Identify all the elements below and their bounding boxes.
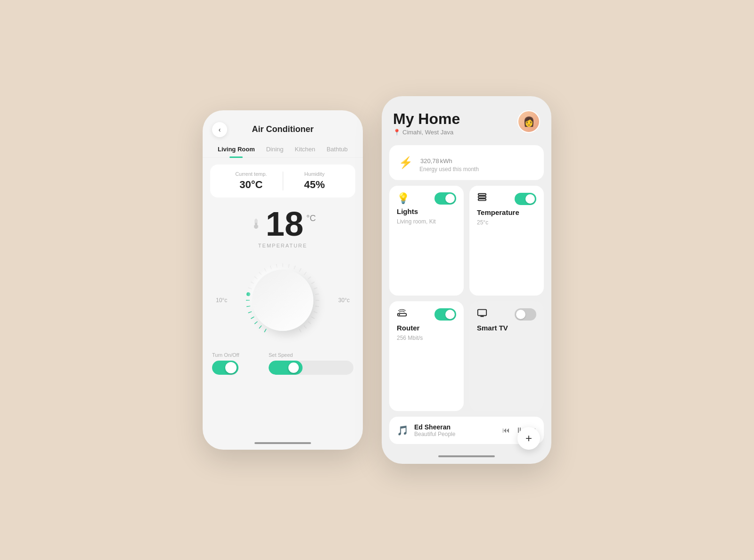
lights-name: Lights bbox=[397, 207, 456, 215]
temperature-dial[interactable]: 10°c 30°c bbox=[203, 253, 363, 347]
lights-icon: 💡 bbox=[397, 192, 410, 205]
location-icon: 📍 bbox=[393, 129, 401, 136]
speed-control: Set Speed bbox=[269, 352, 353, 377]
lights-toggle[interactable] bbox=[434, 192, 456, 205]
speed-fill bbox=[269, 361, 303, 375]
avatar[interactable]: 👩 bbox=[517, 110, 540, 133]
tab-dining[interactable]: Dining bbox=[261, 141, 289, 157]
humidity-stat: Humidity 45% bbox=[283, 171, 346, 191]
prev-button[interactable]: ⏮ bbox=[502, 426, 510, 435]
smarttv-icon bbox=[477, 308, 487, 321]
svg-line-23 bbox=[315, 294, 319, 294]
power-toggle[interactable] bbox=[212, 361, 238, 375]
right-home-indicator bbox=[438, 455, 495, 457]
energy-value: 320,78kWh bbox=[419, 153, 479, 166]
dial-knob[interactable] bbox=[252, 270, 313, 331]
svg-line-18 bbox=[299, 268, 301, 272]
home-title: My Home bbox=[393, 110, 460, 128]
music-artist: Ed Sheeran bbox=[414, 423, 497, 431]
temperature-header bbox=[477, 192, 536, 206]
music-info: Ed Sheeran Beautiful People bbox=[414, 423, 497, 437]
energy-card: ⚡ 320,78kWh Energy used this month bbox=[389, 145, 544, 180]
temperature-toggle[interactable] bbox=[515, 193, 536, 205]
current-temp-label: Current temp. bbox=[220, 171, 283, 177]
smarttv-card: Smart TV bbox=[469, 301, 544, 411]
home-indicator-bar bbox=[203, 437, 363, 450]
svg-line-29 bbox=[304, 326, 306, 329]
router-name: Router bbox=[397, 324, 456, 332]
home-title-group: My Home 📍 Cimahi, West Java bbox=[393, 110, 460, 136]
home-indicator bbox=[254, 442, 311, 444]
air-conditioner-phone: ‹ Air Conditioner Living Room Dining Kit… bbox=[203, 110, 363, 450]
temp-display: 🌡 18 °C bbox=[203, 207, 363, 241]
temperature-device-name: Temperature bbox=[477, 208, 536, 216]
smarttv-header bbox=[477, 308, 536, 321]
speed-slider[interactable] bbox=[269, 361, 353, 375]
energy-desc: Energy used this month bbox=[419, 166, 479, 173]
thermometer-icon: 🌡 bbox=[250, 216, 263, 232]
lights-header: 💡 bbox=[397, 192, 456, 205]
humidity-label: Humidity bbox=[283, 171, 346, 177]
router-toggle[interactable] bbox=[434, 308, 456, 321]
power-control: Turn On/Off bbox=[212, 352, 259, 377]
temp-label: TEMPERATURE bbox=[203, 243, 363, 248]
svg-line-35 bbox=[248, 312, 252, 313]
home-header: My Home 📍 Cimahi, West Java 👩 bbox=[382, 110, 551, 145]
router-toggle-knob bbox=[445, 310, 455, 319]
router-icon bbox=[397, 308, 407, 321]
add-icon: + bbox=[525, 432, 532, 445]
stats-bar: Current temp. 30°C Humidity 45% bbox=[210, 165, 355, 198]
temp-unit: °C bbox=[306, 214, 316, 223]
dial-min-label: 10°c bbox=[216, 297, 227, 304]
smarttv-name: Smart TV bbox=[477, 324, 536, 332]
temperature-toggle-knob bbox=[525, 194, 535, 204]
svg-rect-41 bbox=[478, 196, 486, 198]
energy-info: 320,78kWh Energy used this month bbox=[419, 153, 479, 173]
svg-line-36 bbox=[246, 306, 250, 306]
lightning-icon: ⚡ bbox=[399, 156, 413, 169]
svg-line-34 bbox=[251, 317, 254, 319]
back-button[interactable]: ‹ bbox=[212, 122, 227, 137]
svg-line-25 bbox=[315, 306, 319, 306]
tab-bathtub[interactable]: Bathtub bbox=[321, 141, 353, 157]
lights-card: 💡 Lights Living room, Kit bbox=[389, 186, 464, 296]
location-text: Cimahi, West Java bbox=[402, 129, 453, 136]
svg-rect-42 bbox=[478, 199, 486, 201]
add-device-button[interactable]: + bbox=[517, 427, 540, 450]
lights-toggle-knob bbox=[445, 194, 455, 203]
svg-line-16 bbox=[288, 264, 289, 268]
svg-line-33 bbox=[254, 321, 257, 324]
tab-living-room[interactable]: Living Room bbox=[212, 141, 261, 157]
page-title: Air Conditioner bbox=[252, 124, 314, 134]
svg-line-14 bbox=[276, 264, 277, 268]
tab-kitchen[interactable]: Kitchen bbox=[289, 141, 321, 157]
power-label: Turn On/Off bbox=[212, 352, 259, 358]
speed-label: Set Speed bbox=[269, 352, 353, 358]
phone-header: ‹ Air Conditioner bbox=[203, 120, 363, 141]
svg-line-19 bbox=[304, 272, 306, 275]
room-tabs: Living Room Dining Kitchen Bathtub bbox=[203, 141, 363, 158]
home-location: 📍 Cimahi, West Java bbox=[393, 129, 460, 136]
current-temp-value: 30°C bbox=[220, 179, 283, 191]
svg-line-20 bbox=[308, 277, 311, 279]
smarttv-toggle[interactable] bbox=[515, 308, 536, 321]
music-icon: 🎵 bbox=[397, 425, 409, 436]
my-home-phone: My Home 📍 Cimahi, West Java 👩 ⚡ 320,78kW… bbox=[382, 96, 551, 464]
music-song: Beautiful People bbox=[414, 431, 497, 437]
dial-max-label: 30°c bbox=[338, 297, 350, 304]
svg-line-31 bbox=[264, 329, 266, 332]
toggle-knob bbox=[225, 362, 237, 373]
set-temperature: 18 bbox=[266, 207, 303, 241]
temperature-card: Temperature 25°c bbox=[469, 186, 544, 296]
svg-rect-45 bbox=[478, 310, 486, 316]
back-icon: ‹ bbox=[219, 126, 221, 133]
router-card: Router 256 Mbit/s bbox=[389, 301, 464, 411]
svg-line-17 bbox=[294, 266, 295, 270]
svg-line-26 bbox=[314, 312, 318, 313]
smarttv-toggle-knob bbox=[516, 310, 525, 319]
svg-line-27 bbox=[311, 317, 315, 319]
router-header bbox=[397, 308, 456, 321]
router-sub: 256 Mbit/s bbox=[397, 335, 456, 341]
svg-line-28 bbox=[308, 321, 311, 324]
current-temp-stat: Current temp. 30°C bbox=[220, 171, 283, 191]
